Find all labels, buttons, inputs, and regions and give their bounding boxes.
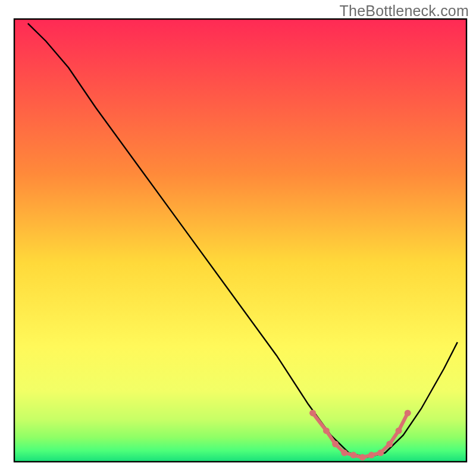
bottleneck-chart — [0, 0, 476, 476]
optimal-point — [359, 454, 366, 461]
gradient-background — [14, 19, 466, 462]
optimal-point — [323, 427, 330, 434]
chart-canvas: TheBottleneck.com — [0, 0, 476, 476]
optimal-point — [368, 452, 375, 458]
optimal-point — [350, 452, 357, 458]
optimal-point — [386, 441, 393, 447]
optimal-point — [309, 410, 316, 416]
optimal-point — [405, 410, 411, 416]
watermark-label: TheBottleneck.com — [340, 2, 469, 20]
optimal-point — [332, 441, 339, 447]
optimal-point — [396, 427, 402, 434]
optimal-point — [377, 450, 384, 456]
optimal-point — [341, 450, 347, 456]
plot-area — [14, 19, 466, 462]
